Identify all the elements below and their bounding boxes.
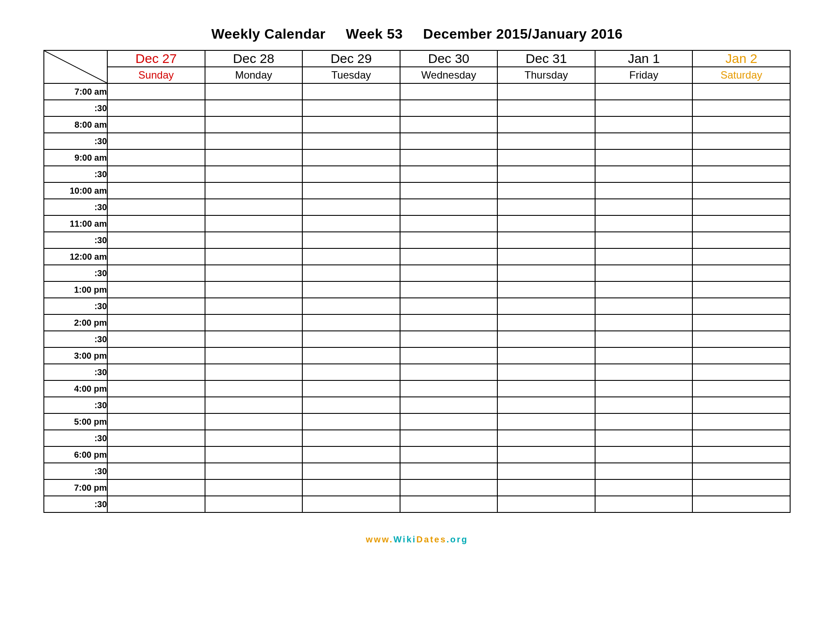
calendar-cell[interactable] [205, 380, 303, 397]
calendar-cell[interactable] [692, 397, 790, 413]
calendar-cell[interactable] [205, 248, 303, 265]
calendar-cell[interactable] [107, 364, 205, 380]
calendar-cell[interactable] [205, 331, 303, 347]
calendar-cell[interactable] [107, 314, 205, 331]
calendar-cell[interactable] [107, 281, 205, 298]
calendar-cell[interactable] [302, 265, 400, 281]
calendar-cell[interactable] [205, 430, 303, 446]
calendar-cell[interactable] [107, 430, 205, 446]
calendar-cell[interactable] [595, 281, 693, 298]
calendar-cell[interactable] [205, 215, 303, 232]
calendar-cell[interactable] [205, 83, 303, 100]
calendar-cell[interactable] [400, 281, 498, 298]
calendar-cell[interactable] [302, 496, 400, 512]
calendar-cell[interactable] [400, 331, 498, 347]
calendar-cell[interactable] [107, 347, 205, 364]
calendar-cell[interactable] [205, 281, 303, 298]
calendar-cell[interactable] [497, 331, 595, 347]
calendar-cell[interactable] [302, 314, 400, 331]
calendar-cell[interactable] [497, 83, 595, 100]
calendar-cell[interactable] [497, 281, 595, 298]
calendar-cell[interactable] [205, 314, 303, 331]
calendar-cell[interactable] [497, 314, 595, 331]
calendar-cell[interactable] [595, 116, 693, 133]
calendar-cell[interactable] [205, 347, 303, 364]
calendar-cell[interactable] [595, 479, 693, 496]
calendar-cell[interactable] [595, 380, 693, 397]
calendar-cell[interactable] [692, 347, 790, 364]
calendar-cell[interactable] [595, 215, 693, 232]
calendar-cell[interactable] [400, 149, 498, 166]
calendar-cell[interactable] [205, 182, 303, 199]
calendar-cell[interactable] [595, 199, 693, 215]
calendar-cell[interactable] [400, 380, 498, 397]
calendar-cell[interactable] [400, 248, 498, 265]
calendar-cell[interactable] [107, 298, 205, 314]
calendar-cell[interactable] [595, 298, 693, 314]
calendar-cell[interactable] [595, 83, 693, 100]
calendar-cell[interactable] [400, 463, 498, 479]
calendar-cell[interactable] [400, 116, 498, 133]
calendar-cell[interactable] [400, 133, 498, 149]
calendar-cell[interactable] [692, 199, 790, 215]
calendar-cell[interactable] [497, 364, 595, 380]
calendar-cell[interactable] [692, 265, 790, 281]
calendar-cell[interactable] [400, 232, 498, 248]
calendar-cell[interactable] [302, 215, 400, 232]
calendar-cell[interactable] [497, 446, 595, 463]
calendar-cell[interactable] [107, 496, 205, 512]
calendar-cell[interactable] [107, 83, 205, 100]
calendar-cell[interactable] [595, 331, 693, 347]
calendar-cell[interactable] [205, 232, 303, 248]
calendar-cell[interactable] [205, 116, 303, 133]
calendar-cell[interactable] [692, 182, 790, 199]
calendar-cell[interactable] [595, 248, 693, 265]
calendar-cell[interactable] [205, 397, 303, 413]
calendar-cell[interactable] [595, 265, 693, 281]
calendar-cell[interactable] [302, 149, 400, 166]
calendar-cell[interactable] [400, 397, 498, 413]
calendar-cell[interactable] [107, 446, 205, 463]
calendar-cell[interactable] [497, 248, 595, 265]
calendar-cell[interactable] [205, 446, 303, 463]
calendar-cell[interactable] [400, 479, 498, 496]
calendar-cell[interactable] [497, 265, 595, 281]
calendar-cell[interactable] [595, 149, 693, 166]
calendar-cell[interactable] [595, 364, 693, 380]
calendar-cell[interactable] [400, 430, 498, 446]
calendar-cell[interactable] [302, 380, 400, 397]
calendar-cell[interactable] [302, 479, 400, 496]
calendar-cell[interactable] [692, 463, 790, 479]
calendar-cell[interactable] [692, 166, 790, 182]
calendar-cell[interactable] [107, 380, 205, 397]
calendar-cell[interactable] [497, 413, 595, 430]
calendar-cell[interactable] [400, 314, 498, 331]
calendar-cell[interactable] [302, 298, 400, 314]
calendar-cell[interactable] [497, 397, 595, 413]
calendar-cell[interactable] [400, 100, 498, 116]
calendar-cell[interactable] [595, 314, 693, 331]
calendar-cell[interactable] [107, 463, 205, 479]
calendar-cell[interactable] [692, 298, 790, 314]
calendar-cell[interactable] [497, 479, 595, 496]
calendar-cell[interactable] [497, 116, 595, 133]
calendar-cell[interactable] [107, 116, 205, 133]
calendar-cell[interactable] [595, 430, 693, 446]
calendar-cell[interactable] [302, 83, 400, 100]
calendar-cell[interactable] [205, 133, 303, 149]
calendar-cell[interactable] [400, 83, 498, 100]
calendar-cell[interactable] [692, 479, 790, 496]
calendar-cell[interactable] [400, 199, 498, 215]
calendar-cell[interactable] [205, 463, 303, 479]
calendar-cell[interactable] [692, 215, 790, 232]
calendar-cell[interactable] [107, 133, 205, 149]
calendar-cell[interactable] [302, 331, 400, 347]
calendar-cell[interactable] [107, 413, 205, 430]
calendar-cell[interactable] [692, 446, 790, 463]
calendar-cell[interactable] [692, 133, 790, 149]
calendar-cell[interactable] [205, 496, 303, 512]
calendar-cell[interactable] [497, 463, 595, 479]
calendar-cell[interactable] [595, 182, 693, 199]
calendar-cell[interactable] [302, 116, 400, 133]
calendar-cell[interactable] [497, 182, 595, 199]
